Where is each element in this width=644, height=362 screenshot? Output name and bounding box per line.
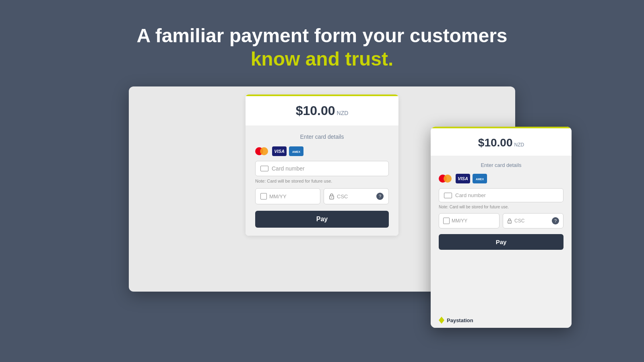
mobile-csc-placeholder: CSC bbox=[514, 218, 524, 224]
desktop-form-body: Enter card details VISA AM bbox=[246, 125, 398, 236]
mobile-visa-icon: VISA bbox=[456, 174, 470, 183]
mobile-amount-header: $10.00NZD bbox=[431, 127, 572, 156]
hero-text: A familiar payment form your customers k… bbox=[136, 24, 507, 70]
desktop-form-title: Enter card details bbox=[255, 134, 389, 140]
svg-marker-9 bbox=[439, 317, 444, 324]
mobile-row-inputs: MM/YY CSC ? bbox=[439, 213, 564, 228]
help-icon[interactable]: ? bbox=[376, 193, 384, 200]
mobile-form-body: Enter card details VISA AMEX bbox=[431, 156, 572, 313]
mobile-paystation-label: Paystation bbox=[447, 318, 473, 323]
lock-icon bbox=[329, 193, 334, 200]
mobile-card-icon-small bbox=[444, 193, 452, 198]
card-number-placeholder: Card number bbox=[272, 165, 305, 172]
desktop-card-icons: VISA AMEX bbox=[255, 146, 389, 156]
mobile-expiry-placeholder: MM/YY bbox=[452, 218, 467, 224]
calendar-icon bbox=[260, 193, 267, 200]
visa-icon: VISA bbox=[272, 146, 287, 156]
svg-text:AMEX: AMEX bbox=[476, 178, 484, 181]
svg-point-3 bbox=[331, 197, 332, 198]
desktop-payment-form: $10.00NZD Enter card details VISA bbox=[246, 95, 398, 236]
mobile-form-title: Enter card details bbox=[439, 162, 564, 168]
mobile-paystation-footer: Paystation bbox=[431, 313, 572, 328]
desktop-currency: NZD bbox=[337, 110, 349, 116]
hero-title-line2: know and trust. bbox=[136, 47, 507, 71]
csc-placeholder: CSC bbox=[337, 193, 348, 200]
expiry-placeholder: MM/YY bbox=[269, 193, 287, 200]
mobile-card-icons: VISA AMEX bbox=[439, 174, 564, 183]
mobile-calendar-icon bbox=[443, 218, 450, 224]
card-icon-small bbox=[260, 166, 268, 171]
mobile-mastercard-icon bbox=[439, 174, 453, 183]
desktop-amount: $10.00 bbox=[296, 103, 335, 118]
cards-container: $10.00NZD Enter card details VISA bbox=[129, 86, 515, 320]
desktop-card-number-field[interactable]: Card number bbox=[255, 161, 389, 176]
mobile-help-icon[interactable]: ? bbox=[552, 217, 559, 224]
mobile-csc-field[interactable]: CSC ? bbox=[503, 213, 564, 228]
mobile-lock-icon bbox=[507, 218, 512, 224]
mobile-amount: $10.00 bbox=[478, 136, 513, 149]
desktop-pay-button[interactable]: Pay bbox=[255, 211, 389, 228]
mobile-card-number-placeholder: Card number bbox=[455, 192, 486, 198]
desktop-csc-field[interactable]: CSC ? bbox=[324, 188, 389, 204]
svg-text:AMEX: AMEX bbox=[292, 150, 301, 153]
desktop-expiry-field[interactable]: MM/YY bbox=[255, 188, 320, 204]
mobile-expiry-field[interactable]: MM/YY bbox=[439, 213, 500, 228]
desktop-note: Note: Card will be stored for future use… bbox=[255, 179, 389, 183]
desktop-row-inputs: MM/YY CSC ? bbox=[255, 188, 389, 204]
mobile-card: $10.00NZD Enter card details VISA AMEX bbox=[431, 127, 572, 328]
mobile-paystation-diamond-icon bbox=[439, 317, 444, 324]
hero-title-line1: A familiar payment form your customers bbox=[136, 24, 507, 47]
mobile-currency: NZD bbox=[514, 142, 524, 148]
svg-point-8 bbox=[509, 222, 510, 222]
mobile-card-number-field[interactable]: Card number bbox=[439, 188, 564, 202]
mobile-pay-button[interactable]: Pay bbox=[439, 234, 564, 250]
amex-icon: AMEX bbox=[289, 146, 303, 156]
mobile-note: Note: Card will be stored for future use… bbox=[439, 205, 564, 209]
mastercard-icon bbox=[255, 146, 270, 156]
desktop-amount-header: $10.00NZD bbox=[246, 95, 398, 125]
mobile-amex-icon: AMEX bbox=[473, 174, 487, 183]
